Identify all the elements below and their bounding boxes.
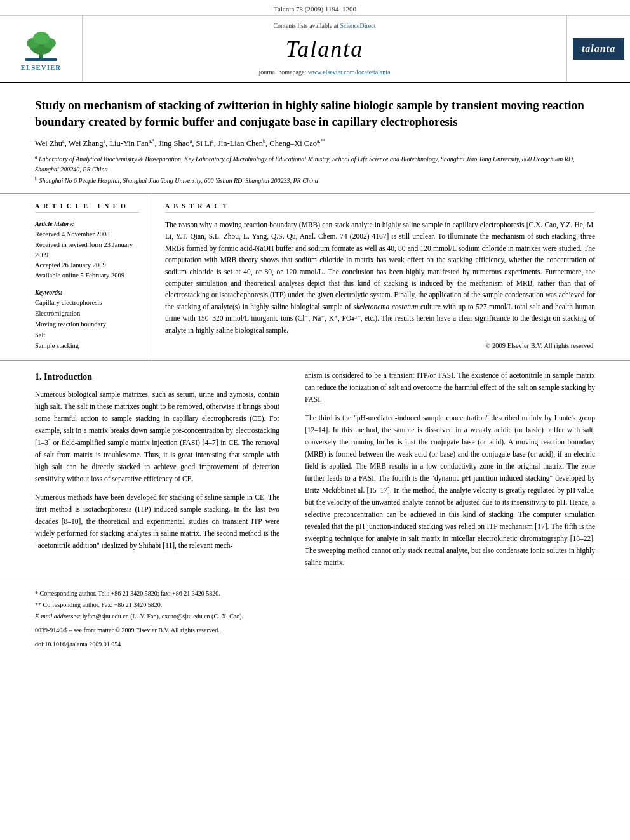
homepage-url: www.elsevier.com/locate/talanta xyxy=(308,69,391,76)
keyword-3: Moving reaction boundary xyxy=(35,319,139,330)
body-left-col: 1. Introduction Numerous biological samp… xyxy=(0,361,292,582)
body-section: 1. Introduction Numerous biological samp… xyxy=(0,361,630,582)
journal-homepage-line: journal homepage: www.elsevier.com/locat… xyxy=(258,69,390,76)
article-title: Study on mechanism of stacking of zwitte… xyxy=(35,97,595,130)
left-column: A R T I C L E I N F O Article history: R… xyxy=(0,194,152,360)
keyword-4: Salt xyxy=(35,330,139,341)
elsevier-tree-icon xyxy=(19,27,64,62)
issn: 0039-9140/$ – see front matter © 2009 El… xyxy=(35,627,220,634)
keywords-block: Keywords: Capillary electrophoresis Elec… xyxy=(35,288,139,352)
svg-point-4 xyxy=(33,32,50,44)
received-revised-date: Received in revised form 23 January 2009 xyxy=(35,241,133,258)
accepted-date: Accepted 26 January 2009 xyxy=(35,262,106,269)
elsevier-logo-area: ELSEVIER xyxy=(0,16,83,82)
svg-rect-5 xyxy=(25,58,57,61)
footnote2: ** Corresponding author. Fax: +86 21 342… xyxy=(35,600,595,610)
affiliations: a Laboratory of Analytical Biochemistry … xyxy=(35,154,595,185)
keywords-label: Keywords: xyxy=(35,289,62,296)
talanta-logo-box: talanta xyxy=(573,38,624,60)
talanta-logo-area: talanta xyxy=(566,16,630,82)
journal-title-banner: Talanta xyxy=(286,36,364,62)
article-history-label: Article history: xyxy=(35,220,74,227)
sciencedirect-line: Contents lists available at ScienceDirec… xyxy=(273,22,375,29)
keyword-1: Capillary electrophoresis xyxy=(35,298,139,309)
article-title-section: Study on mechanism of stacking of zwitte… xyxy=(0,83,630,194)
body-right-col: anism is considered to be a transient IT… xyxy=(292,361,630,582)
intro-heading: 1. Introduction xyxy=(35,372,279,382)
footnotes-area: * Corresponding author. Tel.: +86 21 342… xyxy=(0,582,630,653)
journal-banner: ELSEVIER Contents lists available at Sci… xyxy=(0,16,630,83)
article-history: Article history: Received 4 November 200… xyxy=(35,219,139,281)
journal-ref: Talanta 78 (2009) 1194–1200 xyxy=(274,5,356,13)
affil-b: b Shanghai No 6 People Hospital, Shangha… xyxy=(35,175,595,185)
right-para1: anism is considered to be a transient IT… xyxy=(305,370,595,406)
received-date: Received 4 November 2008 xyxy=(35,230,110,237)
copyright-line: © 2009 Elsevier B.V. All rights reserved… xyxy=(165,342,595,349)
article-info-abstract-section: A R T I C L E I N F O Article history: R… xyxy=(0,194,630,361)
intro-para1: Numerous biological sample matrixes, suc… xyxy=(35,389,279,485)
contents-label: Contents lists available at xyxy=(273,22,338,29)
journal-name-area: Contents lists available at ScienceDirec… xyxy=(83,16,566,82)
doi-line: doi:10.1016/j.talanta.2009.01.054 xyxy=(35,639,595,650)
authors-line: Wei Zhua, Wei Zhanga, Liu-Yin Fana,*, Ji… xyxy=(35,138,595,149)
right-column-abstract: A B S T R A C T The reason why a moving … xyxy=(152,194,630,360)
abstract-text: The reason why a moving reaction boundar… xyxy=(165,219,595,336)
sciencedirect-link[interactable]: ScienceDirect xyxy=(340,22,375,29)
elsevier-text: ELSEVIER xyxy=(21,63,62,71)
issn-line: 0039-9140/$ – see front matter © 2009 El… xyxy=(35,625,595,636)
keyword-5: Sample stacking xyxy=(35,341,139,352)
abstract-label: A B S T R A C T xyxy=(165,203,595,213)
homepage-label: journal homepage: xyxy=(258,69,306,76)
journal-ref-header: Talanta 78 (2009) 1194–1200 xyxy=(0,0,630,16)
page: Talanta 78 (2009) 1194–1200 ELSEVIER xyxy=(0,0,630,840)
keyword-2: Electromigration xyxy=(35,309,139,319)
email-line: E-mail addresses: lyfan@sjtu.edu.cn (L.-… xyxy=(35,611,595,622)
doi: doi:10.1016/j.talanta.2009.01.054 xyxy=(35,641,121,648)
right-para2: The third is the "pH-mediated-induced sa… xyxy=(305,412,595,569)
affil-a: a Laboratory of Analytical Biochemistry … xyxy=(35,154,595,173)
intro-para2: Numerous methods have been developed for… xyxy=(35,491,279,552)
footnote1: * Corresponding author. Tel.: +86 21 342… xyxy=(35,589,595,599)
available-date: Available online 5 February 2009 xyxy=(35,272,124,279)
elsevier-logo: ELSEVIER xyxy=(19,27,64,71)
article-info-label: A R T I C L E I N F O xyxy=(35,203,139,213)
